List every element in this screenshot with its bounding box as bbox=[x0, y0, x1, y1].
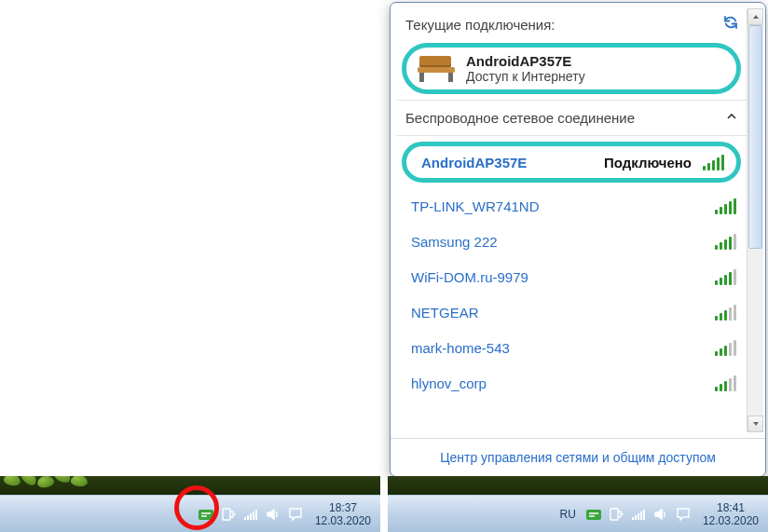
power-icon[interactable] bbox=[220, 506, 237, 523]
network-flyout: Текущие подключения: AndroidAP357E bbox=[390, 2, 766, 477]
current-connections-label: Текущие подключения: bbox=[405, 17, 555, 33]
signal-strength-icon bbox=[715, 233, 737, 250]
wireless-network-row[interactable]: WiFi-DOM.ru-9979 bbox=[398, 259, 745, 294]
svg-rect-3 bbox=[247, 515, 249, 520]
connected-network-highlight: AndroidAP357EПодключено bbox=[402, 142, 741, 183]
action-center-icon[interactable] bbox=[287, 506, 304, 523]
current-connection-status: Доступ к Интернету bbox=[466, 69, 585, 84]
scrollbar-track[interactable] bbox=[747, 25, 763, 416]
current-connection-texts: AndroidAP357E Доступ к Интернету bbox=[466, 53, 585, 84]
svg-rect-5 bbox=[253, 512, 254, 520]
flyout-body: Текущие подключения: AndroidAP357E bbox=[391, 3, 765, 438]
wireless-network-status: Подключено bbox=[604, 155, 692, 171]
signal-strength-icon bbox=[703, 154, 725, 171]
desktop-peek-right bbox=[388, 476, 768, 495]
svg-rect-13 bbox=[643, 510, 645, 520]
wireless-network-list: AndroidAP357EПодключеноTP-LINK_WR741NDSa… bbox=[396, 136, 747, 404]
signal-strength-icon bbox=[715, 339, 737, 356]
network-tray-icon[interactable] bbox=[242, 506, 259, 523]
svg-rect-2 bbox=[244, 517, 246, 520]
svg-rect-8 bbox=[610, 509, 618, 520]
wireless-network-tail bbox=[715, 375, 737, 391]
language-indicator[interactable]: RU bbox=[556, 506, 580, 523]
wireless-network-name: mark-home-543 bbox=[411, 340, 510, 356]
taskbar-left: 18:37 12.03.2020 bbox=[0, 495, 380, 532]
taskbar-right: RU 18:41 12.03.2020 bbox=[388, 495, 768, 532]
svg-rect-0 bbox=[199, 510, 213, 520]
signal-strength-icon bbox=[715, 198, 737, 214]
current-connection-row[interactable]: AndroidAP357E Доступ к Интернету bbox=[414, 51, 729, 86]
clock-right[interactable]: 18:41 12.03.2020 bbox=[697, 499, 764, 529]
svg-rect-12 bbox=[640, 512, 642, 520]
wireless-network-tail bbox=[715, 198, 737, 214]
refresh-icon[interactable] bbox=[722, 14, 739, 35]
svg-rect-11 bbox=[638, 513, 639, 520]
flyout-scrollbar[interactable] bbox=[747, 8, 763, 432]
power-icon[interactable] bbox=[608, 506, 624, 523]
wireless-network-tail bbox=[715, 304, 737, 321]
svg-rect-10 bbox=[635, 515, 637, 520]
svg-rect-7 bbox=[586, 510, 601, 520]
wireless-section-label: Беспроводное сетевое соединение bbox=[405, 110, 635, 126]
volume-icon[interactable] bbox=[265, 506, 281, 523]
chevron-up-icon bbox=[726, 111, 737, 125]
svg-rect-6 bbox=[255, 510, 257, 520]
current-connection-name: AndroidAP357E bbox=[466, 53, 585, 69]
wireless-network-name: NETGEAR bbox=[411, 305, 479, 321]
taskbar-right-rail: RU 18:41 12.03.2020 bbox=[388, 476, 768, 532]
current-connections-header: Текущие подключения: bbox=[396, 8, 747, 43]
signal-strength-icon bbox=[715, 268, 737, 285]
wireless-network-tail bbox=[715, 339, 737, 356]
taskbar-left-rail: 18:37 12.03.2020 bbox=[0, 476, 380, 532]
network-category-icon bbox=[416, 54, 457, 84]
wireless-network-tail bbox=[715, 268, 737, 285]
clock-date: 12.03.2020 bbox=[315, 514, 371, 527]
signal-strength-icon bbox=[715, 375, 737, 391]
tray-app-icon[interactable] bbox=[585, 506, 602, 523]
scrollbar-thumb[interactable] bbox=[748, 25, 762, 249]
wireless-network-tail: Подключено bbox=[604, 154, 725, 171]
svg-rect-1 bbox=[223, 509, 230, 520]
action-center-icon[interactable] bbox=[675, 506, 692, 523]
clock-time: 18:41 bbox=[703, 501, 759, 514]
volume-icon[interactable] bbox=[652, 506, 669, 523]
current-connection-highlight: AndroidAP357E Доступ к Интернету bbox=[402, 43, 741, 94]
scrollbar-down-button[interactable] bbox=[747, 416, 763, 432]
clock-left[interactable]: 18:37 12.03.2020 bbox=[309, 499, 377, 529]
desktop-peek-left bbox=[0, 476, 380, 495]
wireless-network-row[interactable]: TP-LINK_WR741ND bbox=[398, 188, 745, 224]
scrollbar-up-button[interactable] bbox=[747, 8, 763, 25]
bottom-rails: 18:37 12.03.2020 RU bbox=[0, 476, 768, 532]
wireless-network-row[interactable]: Samsung 222 bbox=[398, 224, 745, 259]
wireless-network-tail bbox=[715, 233, 737, 250]
clock-time: 18:37 bbox=[315, 501, 371, 514]
clock-date: 12.03.2020 bbox=[703, 514, 759, 527]
network-center-link[interactable]: Центр управления сетями и общим доступом bbox=[391, 438, 765, 476]
tray-app-icon[interactable] bbox=[198, 506, 214, 523]
wireless-network-row[interactable]: hlynov_corp bbox=[398, 365, 745, 401]
signal-strength-icon bbox=[715, 304, 737, 321]
wireless-network-name: hlynov_corp bbox=[411, 375, 487, 391]
svg-rect-4 bbox=[250, 513, 252, 520]
wireless-network-name: WiFi-DOM.ru-9979 bbox=[411, 269, 528, 285]
flyout-content: Текущие подключения: AndroidAP357E bbox=[396, 8, 747, 432]
wireless-network-row[interactable]: mark-home-543 bbox=[398, 330, 745, 365]
svg-rect-9 bbox=[632, 517, 634, 520]
wireless-network-name: Samsung 222 bbox=[411, 234, 498, 250]
wireless-network-row[interactable]: AndroidAP357EПодключено bbox=[414, 150, 729, 174]
wireless-network-name: AndroidAP357E bbox=[421, 155, 527, 171]
network-tray-icon[interactable] bbox=[630, 506, 647, 523]
wireless-network-name: TP-LINK_WR741ND bbox=[411, 198, 540, 214]
tray-right: RU 18:41 12.03.2020 bbox=[556, 499, 764, 529]
tray-left: 18:37 12.03.2020 bbox=[198, 499, 377, 529]
wireless-section-header[interactable]: Беспроводное сетевое соединение bbox=[396, 100, 747, 136]
wireless-network-row[interactable]: NETGEAR bbox=[398, 294, 745, 330]
